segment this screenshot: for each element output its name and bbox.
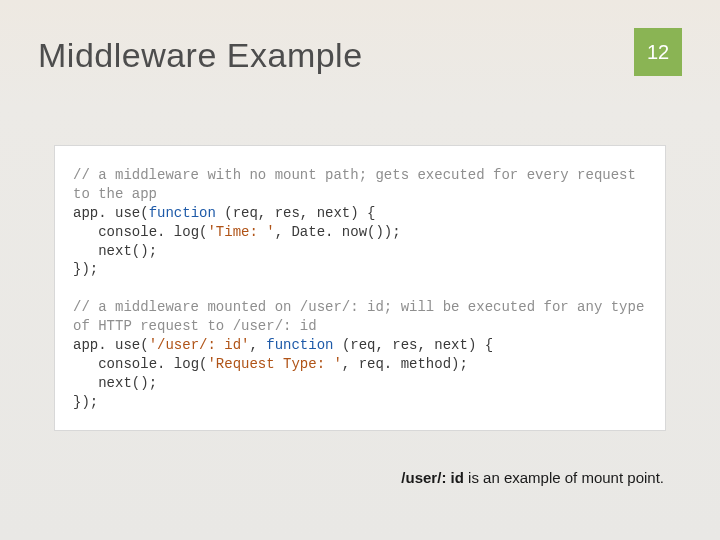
footnote-text: is an example of mount point. [464,469,664,486]
code-text: console. log( [73,224,207,240]
code-text: , req. method); [342,356,468,372]
code-comment: // a middleware mounted on /user/: id; w… [73,299,653,334]
code-text: (req, res, next) { [216,205,376,221]
code-block: // a middleware with no mount path; gets… [54,145,666,431]
page-number-badge: 12 [634,28,682,76]
code-text: next(); [73,243,157,259]
code-text: app. use( [73,337,149,353]
code-text: next(); [73,375,157,391]
code-text: , [249,337,266,353]
code-text: , Date. now()); [275,224,401,240]
footnote: /user/: id is an example of mount point. [401,469,664,486]
code-text: }); [73,394,98,410]
code-text: }); [73,261,98,277]
code-keyword: function [266,337,333,353]
code-comment: // a middleware with no mount path; gets… [73,167,644,202]
code-text: app. use( [73,205,149,221]
footnote-mount-point: /user/: id [401,469,464,486]
code-text: console. log( [73,356,207,372]
code-keyword: function [149,205,216,221]
slide: Middleware Example 12 // a middleware wi… [0,0,720,540]
code-string: 'Request Type: ' [207,356,341,372]
code-string: 'Time: ' [207,224,274,240]
code-text: (req, res, next) { [333,337,493,353]
code-string: '/user/: id' [149,337,250,353]
slide-title: Middleware Example [38,36,363,75]
